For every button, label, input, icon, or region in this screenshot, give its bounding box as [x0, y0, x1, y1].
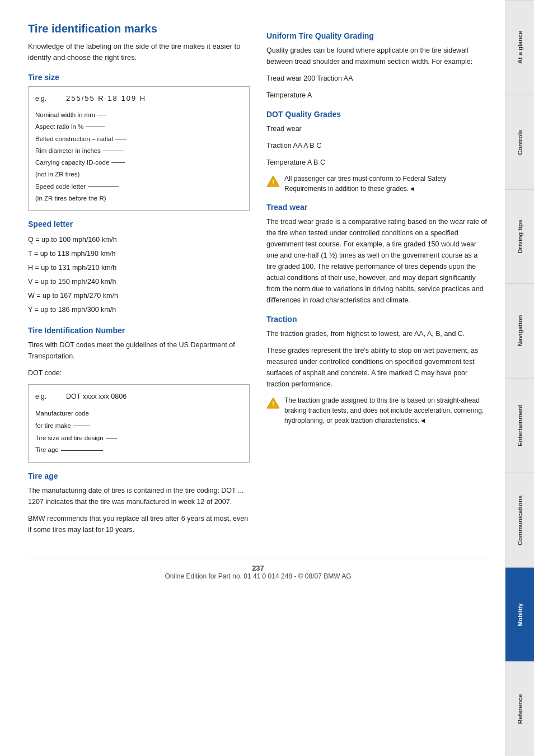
dot-quality-heading: DOT Quality Grades: [266, 110, 488, 119]
dot-label-tire-make: for tire make: [35, 420, 71, 432]
svg-text:!: !: [272, 179, 274, 185]
label-not-zr: (not in ZR tires): [35, 169, 242, 180]
sidebar-tab-at-a-glance[interactable]: At a glance: [505, 0, 534, 95]
tire-age-body2: BMW recommends that you replace all tire…: [28, 513, 250, 535]
edition-text: Online Edition for Part no. 01 41 0 014 …: [28, 572, 488, 580]
sidebar-tab-mobility[interactable]: Mobility: [505, 567, 534, 662]
utqg-example1: Tread wear 200 Traction AA: [266, 73, 488, 84]
traction-heading: Traction: [266, 315, 488, 324]
dot-quality-line2: Traction AA A B C: [266, 140, 488, 151]
sidebar-tab-controls[interactable]: Controls: [505, 95, 534, 189]
label-belted-construction: Belted construction – radial: [35, 133, 113, 145]
traction-body1: The traction grades, from highest to low…: [266, 328, 488, 339]
dot-box: e.g. DOT xxxx xxx 0806 Manufacturer code…: [28, 384, 250, 463]
intro-text: Knowledge of the labeling on the side of…: [28, 41, 250, 63]
utqg-heading: Uniform Tire Quality Grading: [266, 31, 488, 40]
dot-label-size-design: Tire size and tire design: [35, 432, 104, 445]
speed-w: W = up to 167 mph/270 km/h: [28, 289, 250, 303]
speed-t: T = up to 118 mph/190 km/h: [28, 247, 250, 261]
sidebar-tab-navigation[interactable]: Navigation: [505, 283, 534, 378]
label-rim-diameter: Rim diameter in inches: [35, 145, 101, 157]
speed-list: Q = up to 100 mph/160 km/h T = up to 118…: [28, 233, 250, 317]
label-aspect-ratio: Aspect ratio in %: [35, 121, 83, 133]
sidebar-tab-driving-tips[interactable]: Driving tips: [505, 189, 534, 284]
label-nominal-width: Nominal width in mm: [35, 109, 95, 121]
page-title: Tire identification marks: [28, 22, 250, 35]
label-zr-tires: (in ZR tires before the R): [35, 193, 242, 204]
dot-label-tire-age: Tire age: [35, 444, 59, 456]
dot-quality-line3: Temperature A B C: [266, 157, 488, 168]
tire-size-heading: Tire size: [28, 73, 250, 82]
speed-q: Q = up to 100 mph/160 km/h: [28, 233, 250, 247]
speed-h: H = up to 131 mph/210 km/h: [28, 261, 250, 275]
tread-wear-heading: Tread wear: [266, 203, 488, 212]
traction-warning-icon: !: [266, 396, 280, 410]
dot-eg-value: DOT xxxx xxx 0806: [66, 390, 127, 403]
page-number: 237: [28, 564, 488, 572]
warning-icon: !: [266, 175, 280, 188]
footer: 237 Online Edition for Part no. 01 41 0 …: [28, 558, 488, 580]
tire-size-box: e.g. 255/55 R 18 109 H Nominal width in …: [28, 86, 250, 211]
dot-code-label: DOT code:: [28, 367, 250, 379]
tire-id-body1: Tires with DOT codes meet the guidelines…: [28, 339, 250, 362]
sidebar-tab-entertainment[interactable]: Entertainment: [505, 378, 534, 473]
dot-warning-box: ! All passenger car tires must conform t…: [266, 174, 488, 194]
speed-letter-heading: Speed letter: [28, 220, 250, 228]
sidebar: At a glance Controls Driving tips Naviga…: [505, 0, 534, 756]
tread-wear-body: The tread wear grade is a comparative ra…: [266, 216, 488, 306]
utqg-body: Quality grades can be found where applic…: [266, 45, 488, 67]
tire-size-value: 255/55 R 18 109 H: [66, 92, 146, 105]
tire-age-heading: Tire age: [28, 472, 250, 480]
svg-text:!: !: [272, 400, 274, 407]
dot-warning-text: All passenger car tires must conform to …: [284, 174, 488, 194]
utqg-example2: Temperature A: [266, 90, 488, 101]
tire-id-heading: Tire Identification Number: [28, 326, 250, 335]
tire-size-eg-label: e.g.: [35, 93, 66, 104]
traction-warning-box: ! The traction grade assigned to this ti…: [266, 395, 488, 426]
speed-y: Y = up to 186 mph/300 km/h: [28, 303, 250, 317]
tire-age-body1: The manufacturing date of tires is conta…: [28, 485, 250, 507]
dot-quality-line1: Tread wear: [266, 123, 488, 134]
sidebar-tab-reference[interactable]: Reference: [505, 661, 534, 756]
traction-body2: These grades represent the tire's abilit…: [266, 345, 488, 390]
label-carrying-capacity: Carrying capacity ID-code: [35, 157, 109, 169]
traction-warning-text: The traction grade assigned to this tire…: [284, 395, 488, 426]
dot-label-manufacturer: Manufacturer code: [35, 408, 89, 420]
dot-eg-label: e.g.: [35, 391, 66, 403]
label-speed-code: Speed code letter: [35, 181, 86, 193]
sidebar-tab-communications[interactable]: Communications: [505, 473, 534, 567]
speed-v: V = up to 150 mph/240 km/h: [28, 275, 250, 289]
